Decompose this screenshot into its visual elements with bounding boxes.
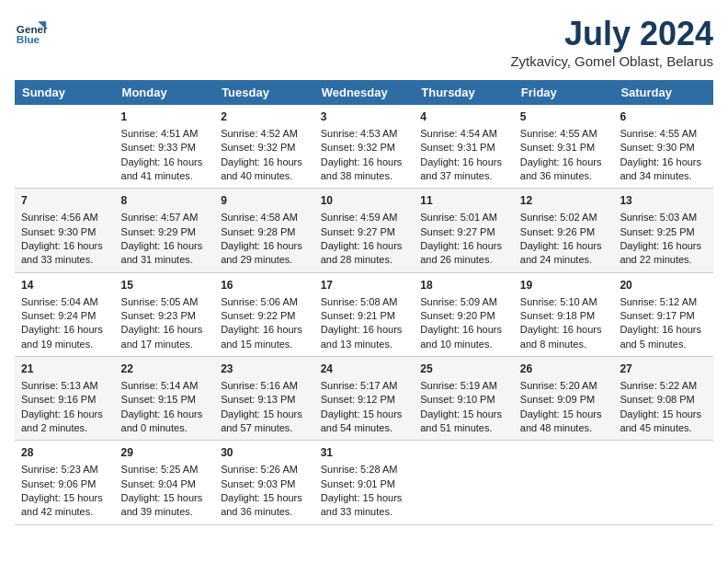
calendar-cell: 29Sunrise: 5:25 AMSunset: 9:04 PMDayligh… [115,441,215,524]
sunset-text: Sunset: 9:31 PM [520,141,608,155]
sunset-text: Sunset: 9:21 PM [321,309,408,323]
sunrise-text: Sunrise: 4:53 AM [321,127,408,141]
sunrise-text: Sunrise: 5:13 AM [21,379,108,393]
day-number: 28 [21,445,108,461]
sunrise-text: Sunrise: 4:56 AM [21,211,108,224]
sunrise-text: Sunrise: 5:03 AM [620,211,707,224]
sunset-text: Sunset: 9:30 PM [620,141,707,155]
day-number: 26 [520,362,608,377]
sunset-text: Sunset: 9:04 PM [121,477,209,491]
sunset-text: Sunset: 9:10 PM [420,393,507,407]
daylight-text: Daylight: 16 hours and 5 minutes. [620,323,707,351]
daylight-text: Daylight: 16 hours and 33 minutes. [21,239,108,268]
day-number: 13 [620,193,707,209]
sunset-text: Sunset: 9:18 PM [520,309,608,323]
calendar-week-row: 28Sunrise: 5:23 AMSunset: 9:06 PMDayligh… [15,441,713,524]
calendar-cell: 28Sunrise: 5:23 AMSunset: 9:06 PMDayligh… [15,441,115,524]
calendar-cell: 3Sunrise: 4:53 AMSunset: 9:32 PMDaylight… [314,105,415,189]
day-number: 11 [420,193,507,209]
daylight-text: Daylight: 16 hours and 41 minutes. [121,155,209,184]
daylight-text: Daylight: 15 hours and 57 minutes. [221,408,308,436]
calendar-cell: 4Sunrise: 4:54 AMSunset: 9:31 PMDaylight… [414,105,514,189]
daylight-text: Daylight: 16 hours and 37 minutes. [420,155,507,184]
day-number: 10 [321,193,408,209]
sunset-text: Sunset: 9:17 PM [620,309,707,323]
daylight-text: Daylight: 16 hours and 26 minutes. [420,239,507,268]
sunrise-text: Sunrise: 4:55 AM [620,127,707,141]
day-number: 6 [620,109,707,125]
sunrise-text: Sunrise: 5:28 AM [321,463,408,477]
day-of-week-header: Friday [514,80,614,105]
sunset-text: Sunset: 9:16 PM [21,393,108,407]
sunset-text: Sunset: 9:03 PM [221,477,308,491]
calendar-cell: 23Sunrise: 5:16 AMSunset: 9:13 PMDayligh… [214,357,314,441]
calendar-header: SundayMondayTuesdayWednesdayThursdayFrid… [15,80,713,105]
day-of-week-header: Tuesday [214,80,314,105]
calendar-table: SundayMondayTuesdayWednesdayThursdayFrid… [15,80,713,525]
sunrise-text: Sunrise: 5:19 AM [420,379,507,393]
day-number: 30 [221,445,308,461]
sunrise-text: Sunrise: 5:16 AM [221,379,308,393]
day-number: 4 [420,109,507,125]
sunset-text: Sunset: 9:25 PM [620,225,707,239]
sunset-text: Sunset: 9:01 PM [321,477,408,491]
day-of-week-header: Monday [115,80,215,105]
title-block: July 2024 Zytkavicy, Gomel Oblast, Belar… [510,15,713,69]
sunset-text: Sunset: 9:12 PM [321,393,408,407]
day-number: 12 [520,193,608,209]
sunrise-text: Sunrise: 5:23 AM [21,463,108,477]
main-title: July 2024 [510,15,713,53]
day-number: 5 [520,109,608,125]
calendar-cell: 20Sunrise: 5:12 AMSunset: 9:17 PMDayligh… [613,272,713,356]
sunset-text: Sunset: 9:33 PM [121,141,209,155]
days-row: SundayMondayTuesdayWednesdayThursdayFrid… [15,80,713,105]
daylight-text: Daylight: 16 hours and 8 minutes. [520,323,608,351]
calendar-cell: 27Sunrise: 5:22 AMSunset: 9:08 PMDayligh… [613,357,713,441]
day-number: 3 [321,109,408,125]
calendar-body: 1Sunrise: 4:51 AMSunset: 9:33 PMDaylight… [15,105,713,524]
sunset-text: Sunset: 9:22 PM [221,309,308,323]
daylight-text: Daylight: 16 hours and 40 minutes. [221,155,308,184]
sunrise-text: Sunrise: 4:54 AM [420,127,507,141]
svg-text:Blue: Blue [17,33,40,45]
calendar-cell: 13Sunrise: 5:03 AMSunset: 9:25 PMDayligh… [613,189,713,272]
daylight-text: Daylight: 16 hours and 15 minutes. [221,323,308,351]
calendar-cell: 26Sunrise: 5:20 AMSunset: 9:09 PMDayligh… [514,357,614,441]
sunrise-text: Sunrise: 4:51 AM [121,127,209,141]
calendar-cell: 25Sunrise: 5:19 AMSunset: 9:10 PMDayligh… [414,357,514,441]
sunset-text: Sunset: 9:15 PM [121,393,209,407]
calendar-cell [613,441,713,524]
daylight-text: Daylight: 16 hours and 19 minutes. [21,323,108,351]
day-number: 20 [620,278,707,293]
calendar-cell: 2Sunrise: 4:52 AMSunset: 9:32 PMDaylight… [214,105,314,189]
daylight-text: Daylight: 15 hours and 39 minutes. [121,491,209,520]
daylight-text: Daylight: 16 hours and 0 minutes. [121,408,209,436]
daylight-text: Daylight: 16 hours and 22 minutes. [620,239,707,268]
calendar-cell: 11Sunrise: 5:01 AMSunset: 9:27 PMDayligh… [414,189,514,272]
calendar-cell [414,441,514,524]
day-of-week-header: Wednesday [314,80,415,105]
calendar-week-row: 14Sunrise: 5:04 AMSunset: 9:24 PMDayligh… [15,272,713,356]
calendar-cell: 8Sunrise: 4:57 AMSunset: 9:29 PMDaylight… [115,189,215,272]
calendar-cell: 15Sunrise: 5:05 AMSunset: 9:23 PMDayligh… [115,272,215,356]
sunrise-text: Sunrise: 5:26 AM [221,463,308,477]
daylight-text: Daylight: 15 hours and 36 minutes. [221,491,308,520]
daylight-text: Daylight: 15 hours and 45 minutes. [620,408,707,436]
calendar-cell [514,441,614,524]
sunset-text: Sunset: 9:20 PM [420,309,507,323]
sunset-text: Sunset: 9:09 PM [520,393,608,407]
sunset-text: Sunset: 9:28 PM [221,225,308,239]
calendar-cell: 30Sunrise: 5:26 AMSunset: 9:03 PMDayligh… [214,441,314,524]
day-number: 23 [221,362,308,377]
sunrise-text: Sunrise: 5:01 AM [420,211,507,224]
day-number: 17 [321,278,408,293]
daylight-text: Daylight: 16 hours and 29 minutes. [221,239,308,268]
sunrise-text: Sunrise: 4:55 AM [520,127,608,141]
sunrise-text: Sunrise: 5:08 AM [321,295,408,309]
calendar-cell: 19Sunrise: 5:10 AMSunset: 9:18 PMDayligh… [514,272,614,356]
logo-icon: General Blue [15,15,48,48]
calendar-cell: 9Sunrise: 4:58 AMSunset: 9:28 PMDaylight… [214,189,314,272]
day-number: 27 [620,362,707,377]
sunrise-text: Sunrise: 5:20 AM [520,379,608,393]
daylight-text: Daylight: 16 hours and 24 minutes. [520,239,608,268]
